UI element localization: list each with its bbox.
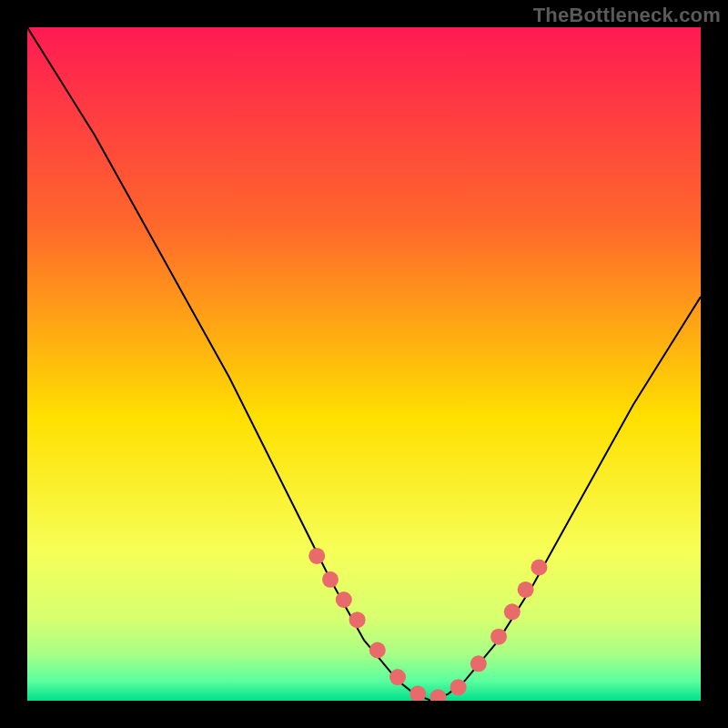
chart-frame [27, 27, 701, 701]
highlight-dot [504, 603, 521, 620]
highlight-dot [389, 669, 406, 685]
bottleneck-chart [27, 27, 701, 701]
gradient-background [27, 27, 701, 701]
highlight-dot [490, 629, 507, 645]
highlight-dot [531, 560, 547, 576]
watermark-text: TheBottleneck.com [533, 4, 721, 27]
highlight-dot [308, 548, 325, 564]
highlight-dot [349, 612, 366, 628]
highlight-dot [518, 581, 534, 598]
highlight-dot [470, 655, 487, 672]
highlight-dot [450, 679, 467, 695]
highlight-dot [322, 571, 339, 588]
highlight-dot [369, 642, 386, 659]
highlight-dot [336, 592, 352, 608]
